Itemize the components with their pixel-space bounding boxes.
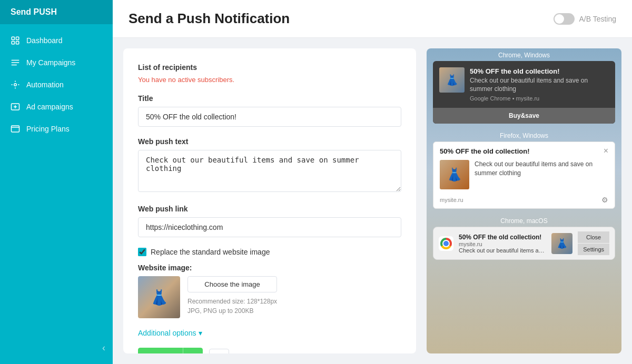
action-row: Send ⏱ ⚙ Send a test push <box>138 348 401 353</box>
svg-rect-6 <box>12 126 19 132</box>
additional-options-label: Additional options <box>138 329 196 337</box>
chrome-macos-settings-button[interactable]: Settings <box>578 244 609 255</box>
svg-rect-2 <box>12 42 14 44</box>
chrome-windows-notif-body: 👗 50% OFF the old collection! Check out … <box>433 61 615 108</box>
ab-testing-toggle[interactable] <box>554 13 575 25</box>
firefox-notif-thumb: 👗 <box>440 160 469 189</box>
svg-point-4 <box>14 84 17 86</box>
main-content: Send a Push Notification A/B Testing Lis… <box>113 0 632 364</box>
firefox-notif-text: Check out our beautiful items and save o… <box>475 160 608 189</box>
chrome-windows-action-bar: Buy&save <box>433 108 615 124</box>
chrome-macos-thumb: 👗 <box>551 233 572 254</box>
firefox-windows-notification: 50% OFF the old collection! × 👗 Check ou… <box>433 141 615 209</box>
chrome-windows-thumb: 👗 <box>439 67 465 93</box>
chrome-macos-actions: Close Settings <box>578 231 609 255</box>
recipients-error: You have no active subscribers. <box>138 76 401 84</box>
svg-rect-3 <box>16 42 19 44</box>
chrome-macos-notification: 50% OFF the old collection! mysite.ru Ch… <box>433 227 615 260</box>
buy-save-button[interactable]: Buy&save <box>433 108 615 124</box>
title-section: Title <box>138 94 401 127</box>
svg-rect-1 <box>16 37 19 39</box>
firefox-notif-body: 👗 Check out our beautiful items and save… <box>433 158 615 194</box>
chrome-windows-title: 50% OFF the old collection! <box>470 67 609 75</box>
website-image-section: Website image: 👗 Choose the image Recomm… <box>138 264 401 318</box>
chrome-macos-site: mysite.ru <box>459 241 546 247</box>
chrome-macos-text: 50% OFF the old collection! mysite.ru Ch… <box>459 234 546 254</box>
sidebar-logo-text: Send PUSH <box>11 7 57 16</box>
image-controls: Choose the image Recommended size: 128*1… <box>187 276 277 316</box>
title-label: Title <box>138 94 401 103</box>
chevron-down-icon: ▾ <box>199 329 202 337</box>
website-image-controls: 👗 Choose the image Recommended size: 128… <box>138 276 401 318</box>
send-button[interactable]: Send <box>138 348 183 353</box>
additional-options-toggle[interactable]: Additional options ▾ <box>138 329 401 337</box>
sidebar-item-automation[interactable]: Automation <box>0 74 113 96</box>
preview-panel: Chrome, Windows 👗 50% OFF the old collec… <box>427 48 621 353</box>
replace-image-row: Replace the standard website image <box>138 248 401 256</box>
website-image-label: Website image: <box>138 264 401 272</box>
chrome-windows-label: Chrome, Windows <box>427 48 621 61</box>
send-button-group: Send ⏱ <box>138 348 203 353</box>
automation-icon <box>11 80 20 89</box>
chrome-macos-close-button[interactable]: Close <box>578 231 609 243</box>
sidebar-item-ad-campaigns[interactable]: Ad campaigns <box>0 96 113 118</box>
content-area: List of recipients You have no active su… <box>113 38 632 364</box>
dashboard-icon <box>11 36 20 45</box>
choose-image-button[interactable]: Choose the image <box>187 276 277 292</box>
chrome-macos-label: Chrome, macOS <box>427 214 621 227</box>
settings-button[interactable]: ⚙ <box>209 349 229 353</box>
recipients-section: List of recipients You have no active su… <box>138 63 401 84</box>
firefox-windows-label: Firefox, Windows <box>427 129 621 141</box>
chrome-windows-notification: 👗 50% OFF the old collection! Check out … <box>433 61 615 124</box>
ad-campaigns-icon <box>11 102 20 112</box>
image-hint: Recommended size: 128*128px JPG, PNG up … <box>187 297 277 316</box>
chrome-windows-text: 50% OFF the old collection! Check out ou… <box>470 67 609 102</box>
ab-testing-toggle-area: A/B Testing <box>554 13 616 25</box>
page-title: Send a Push Notification <box>129 11 290 27</box>
push-link-section: Web push link <box>138 205 401 237</box>
title-input[interactable] <box>138 107 401 127</box>
sidebar-item-my-campaigns[interactable]: My Campaigns <box>0 52 113 74</box>
sidebar-item-dashboard[interactable]: Dashboard <box>0 29 113 52</box>
sidebar-collapse-area: ‹ <box>0 332 113 364</box>
chrome-macos-title: 50% OFF the old collection! <box>459 234 546 241</box>
pricing-icon <box>11 124 20 134</box>
push-text-label: Web push text <box>138 137 401 146</box>
campaigns-icon <box>11 58 20 67</box>
push-link-input[interactable] <box>138 217 401 237</box>
sidebar-header: Send PUSH <box>0 0 113 24</box>
chrome-macos-desc: Check out our beautiful items a… <box>459 247 546 254</box>
chrome-icon <box>440 238 452 249</box>
chrome-windows-body: Check out our beautiful items and save o… <box>470 77 609 93</box>
image-hint-line1: Recommended size: 128*128px <box>187 297 277 306</box>
top-bar: Send a Push Notification A/B Testing <box>113 0 632 38</box>
firefox-notif-gear-icon[interactable]: ⚙ <box>601 196 608 204</box>
push-text-section: Web push text <box>138 137 401 194</box>
sidebar-nav: Dashboard My Campaigns Automation Ad cam… <box>0 24 113 332</box>
image-hint-line2: JPG, PNG up to 200KB <box>187 306 277 316</box>
firefox-notif-close[interactable]: × <box>604 146 608 156</box>
clothing-image: 👗 <box>138 276 180 318</box>
chrome-macos-notif-body: 50% OFF the old collection! mysite.ru Ch… <box>433 227 615 259</box>
replace-image-checkbox[interactable] <box>138 248 146 256</box>
ab-testing-label: A/B Testing <box>579 15 616 23</box>
form-panel: List of recipients You have no active su… <box>123 48 416 353</box>
push-text-input[interactable] <box>138 150 401 192</box>
firefox-notif-title: 50% OFF the old collection! <box>440 147 529 155</box>
push-link-label: Web push link <box>138 205 401 213</box>
sidebar: Send PUSH Dashboard My Campaigns Automat… <box>0 0 113 364</box>
image-thumbnail: 👗 <box>138 276 180 318</box>
chrome-windows-source: Google Chrome • mysite.ru <box>470 95 609 102</box>
firefox-notif-header: 50% OFF the old collection! × <box>433 142 615 158</box>
sidebar-item-pricing-plans[interactable]: Pricing Plans <box>0 118 113 140</box>
replace-image-label: Replace the standard website image <box>151 248 270 256</box>
svg-rect-0 <box>12 37 14 39</box>
sidebar-collapse-button[interactable]: ‹ <box>98 340 110 356</box>
firefox-notif-footer: mysite.ru ⚙ <box>433 194 615 208</box>
chrome-macos-logo <box>439 236 453 251</box>
firefox-notif-source: mysite.ru <box>440 197 463 203</box>
schedule-button[interactable]: ⏱ <box>183 348 203 353</box>
recipients-label: List of recipients <box>138 63 401 72</box>
